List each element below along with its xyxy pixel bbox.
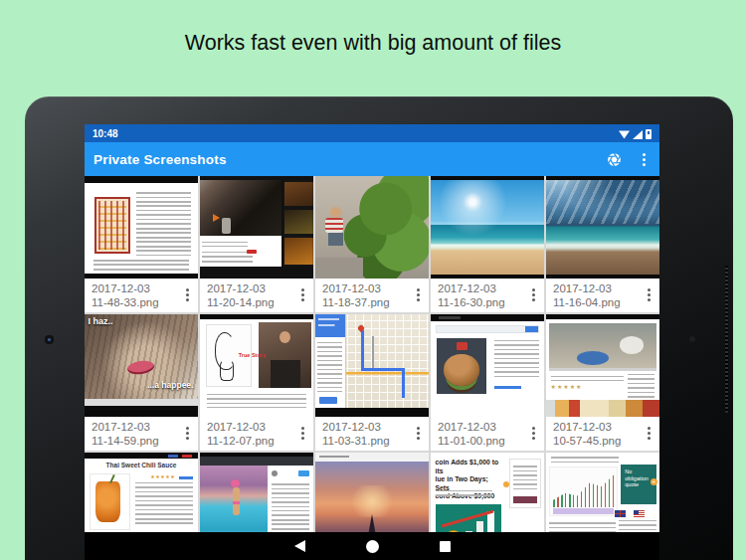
item-date: 2017-12-03: [92, 281, 194, 295]
thumbnail-kitten-meme: I haz.. ...a happee.: [85, 314, 198, 417]
screenshot-item-1[interactable]: 2017-12-03 11-48-33.png: [85, 176, 198, 312]
text-lines: [202, 242, 247, 247]
video-page-art: [200, 180, 281, 267]
screenshot-item-6[interactable]: I haz.. ...a happee. 2017-12-03 11-14-59…: [85, 314, 198, 451]
thumbnail-child-photo: [315, 176, 429, 279]
map-sidebar-art: [315, 314, 346, 408]
text-lines: [494, 340, 540, 380]
meme-caption-top: I haz..: [88, 316, 112, 326]
item-date: 2017-12-03: [322, 281, 425, 295]
recipe-title: Thai Sweet Chili Sauce: [85, 462, 198, 468]
screenshot-item-2[interactable]: 2017-12-03 11-20-14.png: [200, 176, 313, 312]
item-footer: 2017-12-03 11-14-59.png: [85, 417, 198, 451]
item-filename: 11-48-33.png: [92, 295, 194, 309]
text-lines: [436, 490, 492, 496]
text-lines: [513, 466, 537, 489]
search-bar-art: [436, 325, 540, 333]
kitten-mouth-art: [127, 359, 156, 376]
overflow-dots: [643, 158, 646, 161]
item-filename: 10-57-45.png: [553, 434, 655, 448]
alt-route-art: [372, 336, 374, 370]
route-line-art: [361, 368, 404, 371]
tablet-screen: 10:48 Private Screenshots: [85, 124, 659, 560]
text-lines: [628, 374, 654, 400]
lighter-art: [222, 218, 231, 234]
screenshot-item-4[interactable]: 2017-12-03 11-16-30.png: [431, 176, 544, 312]
link-line-art: [179, 476, 194, 479]
item-date: 2017-12-03: [438, 420, 540, 434]
text-lines: [136, 192, 191, 256]
speaker-grille: [725, 266, 728, 413]
plus-badge-icon: +: [651, 478, 657, 485]
text-lines: [551, 376, 624, 381]
item-filename: 11-16-30.png: [438, 295, 540, 309]
overflow-menu-icon[interactable]: [637, 150, 651, 168]
shutter-icon-svg: [606, 151, 623, 168]
item-filename: 11-20-14.png: [207, 295, 309, 309]
signup-form-art: [509, 459, 541, 508]
item-footer: 2017-12-03 11-20-14.png: [200, 279, 313, 312]
item-footer: 2017-12-03 10-57-45.png: [546, 417, 659, 451]
book-cover-art: [94, 197, 129, 254]
item-footer: 2017-12-03 11-16-30.png: [431, 279, 544, 312]
thumbnail-book-page: [85, 176, 198, 279]
child-head-art: [330, 207, 341, 218]
screenshot-grid: 2017-12-03 11-48-33.png: [85, 176, 659, 560]
screenshot-item-8[interactable]: 2017-12-03 11-03-31.png: [315, 314, 429, 451]
app-bar: Private Screenshots: [85, 142, 659, 176]
item-menu-icon[interactable]: [417, 288, 420, 291]
screenshot-item-9[interactable]: 2017-12-03 11-01-00.png: [431, 314, 544, 451]
screenshot-item-3[interactable]: 2017-12-03 11-18-37.png: [315, 176, 429, 312]
item-menu-icon[interactable]: [186, 288, 189, 291]
screenshot-item-10[interactable]: ★★★★★ 2017-12-03 10-57-45.png: [546, 314, 659, 451]
star-rating: ★★★★★: [150, 473, 175, 479]
item-footer: 2017-12-03 11-03-31.png: [315, 417, 429, 451]
indicator-band-art: [553, 508, 614, 514]
thumbnail-food-video: ★★★★★: [546, 314, 659, 417]
item-menu-icon[interactable]: [532, 427, 535, 430]
item-menu-icon[interactable]: [417, 427, 420, 430]
recents-button[interactable]: [440, 541, 451, 552]
text-lines: [551, 457, 619, 463]
arrow-annotation-art: [213, 214, 220, 222]
candles-art: [553, 473, 614, 508]
item-menu-icon[interactable]: [301, 288, 304, 291]
status-bar: 10:48: [85, 124, 659, 142]
screenshot-item-7[interactable]: True Story 2017-12-03 11-12-07.png: [200, 314, 313, 451]
child-pants-art: [328, 233, 343, 246]
video-frame-art: [549, 323, 655, 371]
thumbnail-sunny-beach: [431, 176, 544, 279]
item-menu-icon[interactable]: [648, 288, 651, 291]
item-menu-icon[interactable]: [532, 288, 535, 291]
item-menu-icon[interactable]: [301, 427, 304, 430]
item-footer: 2017-12-03 11-01-00.png: [431, 417, 544, 451]
us-flag-icon: [634, 510, 645, 517]
item-date: 2017-12-03: [207, 420, 309, 434]
item-filename: 11-12-07.png: [207, 434, 309, 448]
back-button[interactable]: [294, 540, 305, 552]
item-filename: 11-03-31.png: [322, 434, 425, 448]
item-date: 2017-12-03: [553, 281, 655, 295]
candlestick-chart-art: [549, 467, 617, 516]
star-rating: ★★★★★: [551, 383, 583, 390]
item-filename: 11-16-04.png: [553, 295, 655, 309]
android-nav-bar: [85, 532, 659, 560]
item-footer: 2017-12-03 11-18-37.png: [315, 279, 429, 312]
shutter-icon[interactable]: [605, 150, 623, 168]
child-shirt-art: [325, 218, 343, 233]
text-lines: [317, 342, 342, 392]
wifi-icon: [619, 130, 630, 139]
thumbnail-burger-page: [431, 314, 544, 417]
item-filename: 11-01-00.png: [438, 434, 540, 448]
home-button[interactable]: [366, 540, 379, 553]
item-filename: 11-14-59.png: [92, 434, 194, 448]
text-lines: [202, 252, 253, 264]
link-line-art: [494, 386, 521, 389]
thumbnail-stormy-beach: [546, 176, 659, 279]
item-menu-icon[interactable]: [648, 427, 651, 430]
screenshot-item-5[interactable]: 2017-12-03 11-16-04.png: [546, 176, 659, 312]
item-date: 2017-12-03: [92, 420, 194, 434]
food-collage-art: [546, 400, 659, 417]
tablet-device-frame: 10:48 Private Screenshots: [25, 96, 733, 560]
item-menu-icon[interactable]: [186, 427, 189, 430]
